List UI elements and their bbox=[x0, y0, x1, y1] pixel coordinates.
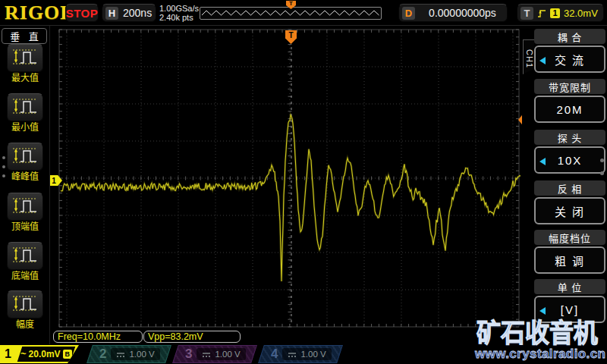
timebase-value: 200ns bbox=[123, 7, 152, 19]
vtop-measure-icon bbox=[11, 195, 39, 218]
volts-scale-mode-title: 幅度档位 bbox=[534, 230, 605, 245]
measure-item-vbase[interactable]: 底端值 bbox=[6, 242, 44, 281]
measure-item-vpp[interactable]: 峰峰值 bbox=[6, 143, 44, 182]
vamp-label: 幅度 bbox=[6, 320, 44, 330]
scroll-dot-icon bbox=[600, 158, 604, 162]
vpp-measure-icon bbox=[11, 145, 39, 168]
trigger-key-icon: T bbox=[521, 7, 533, 20]
scroll-dot-icon bbox=[2, 165, 5, 168]
sample-rate: 1.00GSa/s bbox=[159, 4, 199, 13]
channel-menu-sidebar: CH1 耦 合 交 流 带宽限制 20M 探 头 10X 反 相 关 闭 幅度档… bbox=[522, 26, 607, 344]
vmax-measure-icon bbox=[11, 46, 39, 70]
waveform-plot bbox=[0, 0, 607, 364]
probe-value-button[interactable]: 10X bbox=[534, 146, 605, 174]
scroll-dot-icon bbox=[600, 171, 604, 175]
selected-triangle-icon bbox=[539, 307, 546, 315]
menu-item-invert[interactable]: 反 相 关 闭 bbox=[534, 180, 605, 224]
invert-value-button[interactable]: 关 闭 bbox=[534, 197, 605, 224]
dc-coupling-icon bbox=[116, 351, 125, 358]
channel1-status[interactable]: 1 ~ 20.0mV B bbox=[0, 345, 83, 363]
channel3-number: 3 bbox=[185, 347, 192, 362]
channel2-number: 2 bbox=[99, 347, 106, 362]
vtop-button[interactable] bbox=[7, 193, 43, 221]
vmin-label: 最小值 bbox=[6, 123, 44, 133]
vamp-measure-icon bbox=[11, 293, 39, 316]
menu-item-coupling[interactable]: 耦 合 交 流 bbox=[534, 29, 605, 73]
dc-coupling-icon bbox=[288, 351, 297, 358]
vpp-measurement-badge: Vpp=83.2mV bbox=[143, 331, 241, 343]
run-state-label: STOP bbox=[66, 7, 99, 20]
vmin-button[interactable] bbox=[7, 93, 43, 121]
volts-scale-mode-value: 粗 调 bbox=[555, 253, 585, 268]
channel2-scale-value: 1.00 V bbox=[129, 350, 154, 359]
measure-item-vmax[interactable]: 最大值 bbox=[6, 44, 44, 83]
oscilloscope-screen: T 1 T RIGOL STOP H 200ns 1.00GSa/s 2.40k… bbox=[0, 0, 607, 364]
menu-item-volts-scale-mode[interactable]: 幅度档位 粗 调 bbox=[534, 230, 605, 274]
channel2-status[interactable]: 2 1.00 V bbox=[86, 345, 171, 363]
status-bar: RIGOL STOP H 200ns 1.00GSa/s 2.40k pts T… bbox=[0, 0, 607, 26]
freq-measurement-badge: Freq=10.0MHz bbox=[53, 331, 143, 343]
vmax-button[interactable] bbox=[7, 44, 43, 72]
vamp-button[interactable] bbox=[7, 290, 43, 318]
measure-sidebar: 垂 直 最大值 最小值 峰峰值 顶端值 底端值 幅度 bbox=[0, 26, 50, 344]
measure-item-vtop[interactable]: 顶端值 bbox=[6, 193, 44, 232]
channel4-number: 4 bbox=[271, 347, 278, 362]
delay-key-icon: D bbox=[402, 7, 415, 20]
acquisition-info: 1.00GSa/s 2.40k pts bbox=[159, 4, 199, 22]
rising-edge-icon bbox=[537, 8, 546, 19]
bandwidth-value: 20M bbox=[556, 103, 583, 116]
horizontal-key-icon: H bbox=[105, 7, 118, 20]
invert-title: 反 相 bbox=[534, 180, 605, 196]
vmax-label: 最大值 bbox=[6, 74, 44, 83]
vbase-label: 底端值 bbox=[6, 271, 44, 281]
coupling-value: 交 流 bbox=[555, 52, 585, 67]
unit-value: [V] bbox=[561, 303, 579, 316]
horizontal-timebase-chip[interactable]: H 200ns bbox=[102, 4, 156, 22]
vmin-measure-icon bbox=[11, 96, 39, 119]
vbase-measure-icon bbox=[11, 244, 39, 268]
rigol-logo: RIGOL bbox=[5, 2, 74, 24]
bandwidth-value-button[interactable]: 20M bbox=[534, 96, 605, 123]
measure-category-title: 垂 直 bbox=[2, 28, 47, 44]
channel1-scale-value: 20.0mV bbox=[29, 349, 61, 359]
selected-triangle-icon bbox=[539, 57, 546, 64]
bandwidth-limit-icon: B bbox=[63, 350, 72, 359]
trigger-level-value: 32.0mV bbox=[564, 8, 598, 19]
bandwidth-title: 带宽限制 bbox=[534, 79, 605, 94]
menu-item-unit[interactable]: 单 位 [V] bbox=[534, 279, 605, 323]
vtop-label: 顶端值 bbox=[6, 222, 44, 232]
trigger-source-badge: 1 bbox=[550, 8, 560, 18]
coupling-title: 耦 合 bbox=[534, 29, 605, 44]
run-state-badge[interactable]: STOP bbox=[65, 4, 99, 22]
dc-coupling-icon bbox=[202, 351, 211, 358]
ac-coupling-icon: ~ bbox=[20, 350, 27, 358]
channel4-status[interactable]: 4 1.00 V bbox=[258, 345, 343, 363]
vpp-button[interactable] bbox=[7, 143, 43, 171]
volts-scale-mode-button[interactable]: 粗 调 bbox=[534, 246, 605, 274]
menu-item-probe[interactable]: 探 头 10X bbox=[534, 130, 605, 174]
probe-value: 10X bbox=[558, 154, 583, 167]
invert-value: 关 闭 bbox=[555, 203, 585, 219]
coupling-value-button[interactable]: 交 流 bbox=[534, 46, 605, 73]
measure-item-vamp[interactable]: 幅度 bbox=[6, 290, 44, 330]
channel3-scale-value: 1.00 V bbox=[215, 350, 240, 359]
channel1-number: 1 bbox=[5, 347, 11, 361]
memory-depth: 2.40k pts bbox=[159, 13, 199, 22]
channel4-scale-value: 1.00 V bbox=[300, 350, 326, 359]
channel-tab: CH1 bbox=[523, 39, 534, 74]
delay-chip[interactable]: D 0.00000000ps bbox=[398, 4, 508, 22]
unit-title: 单 位 bbox=[534, 279, 605, 294]
channel-status-bar: 1 ~ 20.0mV B 2 1.00 V 3 bbox=[0, 344, 607, 364]
selected-triangle-icon bbox=[539, 158, 546, 165]
probe-title: 探 头 bbox=[534, 130, 605, 145]
scroll-dot-icon bbox=[2, 156, 5, 159]
menu-item-bandwidth[interactable]: 带宽限制 20M bbox=[534, 79, 605, 123]
scroll-dot-icon bbox=[2, 174, 5, 177]
measure-item-vmin[interactable]: 最小值 bbox=[6, 93, 44, 133]
unit-value-button[interactable]: [V] bbox=[534, 296, 605, 323]
channel3-status[interactable]: 3 1.00 V bbox=[172, 345, 257, 363]
trigger-chip[interactable]: T 1 32.0mV bbox=[517, 4, 604, 22]
vbase-button[interactable] bbox=[7, 242, 43, 270]
delay-value: 0.00000000ps bbox=[421, 7, 504, 19]
vpp-label: 峰峰值 bbox=[6, 172, 44, 182]
